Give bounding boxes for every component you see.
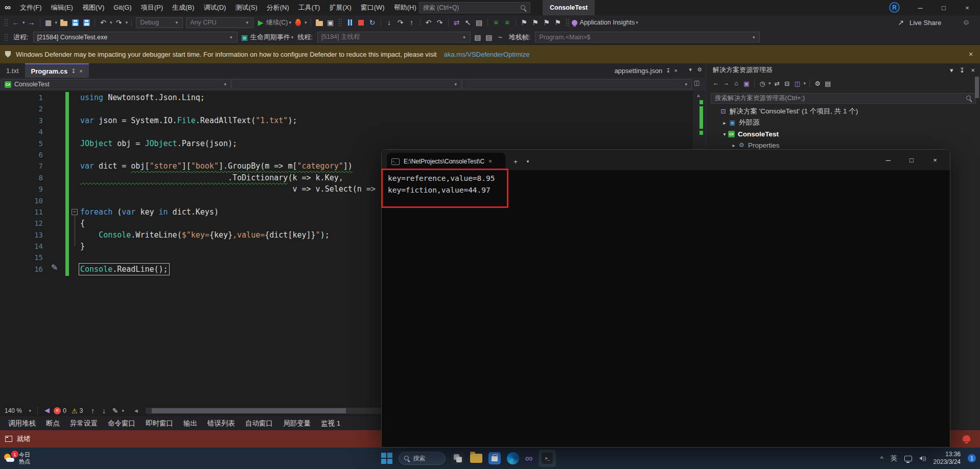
tree-item-csproj[interactable]: ▾C#ConsoleTest <box>707 128 980 139</box>
hot-reload-button[interactable] <box>292 17 304 28</box>
account-avatar[interactable]: R <box>889 2 900 13</box>
redo-button[interactable]: ↷ <box>113 17 125 28</box>
microsoft-store-button[interactable] <box>488 452 501 464</box>
solution-search-box[interactable]: 搜索解决方案资源管理器(Ctrl+;) <box>711 93 976 104</box>
lifecycle-events-button[interactable]: 生命周期事件 <box>250 33 290 42</box>
tab-1txt[interactable]: 1.txt <box>0 63 25 78</box>
scrollbar-up-icon[interactable]: ▲ <box>696 92 701 98</box>
process-dropdown[interactable]: [21584] ConsoleTest.exe ▾ <box>33 32 238 42</box>
next-bookmark-button[interactable]: ⚑ <box>541 17 552 28</box>
terminal-tab[interactable]: >_ E:\NetProjects\ConsoleTest\C × <box>387 153 505 170</box>
clear-bookmarks-button[interactable]: ⚑ <box>552 17 564 28</box>
ime-indicator[interactable]: 英 <box>891 454 897 463</box>
save-all-button[interactable] <box>81 17 92 28</box>
prev-bookmark-button[interactable]: ⚑ <box>530 17 541 28</box>
next-issue-button[interactable]: ↓ <box>99 405 110 416</box>
expander-icon[interactable]: ▸ <box>730 143 737 148</box>
find-in-files-button[interactable] <box>314 17 325 28</box>
breadcrumb-member-dropdown[interactable]: ▾ <box>462 79 692 89</box>
feedback-icon[interactable]: ☺ <box>961 16 972 28</box>
preview-selected-icon[interactable]: ▤ <box>823 78 833 88</box>
error-count[interactable]: 0 <box>63 407 66 414</box>
navigate-back-dropdown-icon[interactable]: ▾ <box>21 20 26 25</box>
panel-close-icon[interactable]: × <box>971 66 975 74</box>
hot-reload-dropdown-icon[interactable]: ▾ <box>304 20 308 25</box>
hidden-icons-chevron[interactable]: ^ <box>880 455 883 462</box>
lifecycle-dropdown-icon[interactable]: ▾ <box>290 35 295 40</box>
expander-icon[interactable]: ▸ <box>721 120 728 126</box>
step-into-button[interactable]: ↓ <box>384 17 395 28</box>
breadcrumb-type-dropdown[interactable]: ▾ <box>231 79 461 89</box>
panel-tab-调用堆栈[interactable]: 调用堆栈 <box>3 419 41 428</box>
toolbar-grip[interactable] <box>4 33 8 41</box>
menu-item-调试(D)[interactable]: 调试(D) <box>199 0 230 15</box>
notification-bell-icon[interactable] <box>963 435 970 441</box>
navigate-cursor-button[interactable]: ↖ <box>462 17 474 28</box>
terminal-taskbar-button-active[interactable]: >_ <box>539 450 556 467</box>
continue-label[interactable]: 继续(C) <box>266 18 288 27</box>
menu-item-编辑(E)[interactable]: 编辑(E) <box>46 0 78 15</box>
collapse-all-icon[interactable]: ⊟ <box>782 78 792 88</box>
pending-changes-filter-icon[interactable]: ◷ <box>757 78 767 88</box>
code-line[interactable]: 3var json = System.IO.File.ReadAllText("… <box>0 115 705 126</box>
explorer-forward-icon[interactable]: → <box>721 78 731 88</box>
format-indent-button[interactable]: ≡ <box>491 17 502 28</box>
menu-item-窗口(W)[interactable]: 窗口(W) <box>356 0 389 15</box>
tab-list-dropdown-icon[interactable]: ▾ <box>689 66 692 73</box>
menu-item-视图(V)[interactable]: 视图(V) <box>78 0 109 15</box>
file-explorer-button[interactable] <box>470 454 482 463</box>
menu-item-项目(P)[interactable]: 项目(P) <box>136 0 168 15</box>
sync-with-active-document-icon[interactable]: ⇄ <box>772 78 782 88</box>
taskbar-search-button[interactable]: 搜索 <box>399 452 446 465</box>
quick-search-box[interactable]: 搜索 (Ctrl+Q) <box>419 2 530 13</box>
show-threads-icon[interactable]: ▤ <box>472 32 483 43</box>
code-cleanup-dropdown-icon[interactable]: ▾ <box>121 408 126 413</box>
notification-count-badge[interactable]: 1 <box>968 454 976 462</box>
stop-debugging-button[interactable] <box>356 17 367 28</box>
pin-tab-icon[interactable]: ↧ <box>71 68 76 75</box>
undo-dropdown-icon[interactable]: ▾ <box>109 20 113 25</box>
panel-tab-自动窗口[interactable]: 自动窗口 <box>240 419 278 428</box>
menu-item-工具(T)[interactable]: 工具(T) <box>294 0 325 15</box>
redo-dropdown-icon[interactable]: ▾ <box>125 20 129 25</box>
tab-appsettings[interactable]: appsettings.json ↧ × <box>610 63 682 78</box>
task-view-button[interactable] <box>452 452 464 464</box>
menu-item-测试(S)[interactable]: 测试(S) <box>230 0 262 15</box>
toolbar-grip[interactable] <box>338 18 342 27</box>
redo-nav-button[interactable]: ↷ <box>434 17 446 28</box>
clipboard-button[interactable]: ▤ <box>474 17 485 28</box>
toolbar-grip[interactable] <box>566 18 570 27</box>
code-line[interactable]: 2 <box>0 103 705 114</box>
code-cleanup-button[interactable]: ✎ <box>110 405 121 416</box>
announcements-icon[interactable] <box>44 408 50 413</box>
panel-tab-局部变量[interactable]: 局部变量 <box>278 419 316 428</box>
app-insights-label[interactable]: Application Insights <box>580 19 635 26</box>
navigate-forward-button[interactable]: → <box>26 17 37 28</box>
panel-tab-即时窗口[interactable]: 即时窗口 <box>141 419 178 428</box>
thread-dropdown[interactable]: [5184] 主线程 ▾ <box>317 32 471 42</box>
tab-dropdown-icon[interactable]: ▾ <box>522 153 534 170</box>
terminal-title-bar[interactable]: >_ E:\NetProjects\ConsoleTest\C × + ▾ ─ … <box>382 150 950 170</box>
panel-tab-断点[interactable]: 断点 <box>41 419 65 428</box>
new-tab-icon[interactable]: + <box>509 153 522 170</box>
start-button[interactable] <box>381 453 392 464</box>
new-project-dropdown-icon[interactable]: ▾ <box>54 20 59 25</box>
keep-open-icon[interactable]: ↧ <box>666 67 670 74</box>
suppress-icon[interactable]: ~ <box>495 32 506 43</box>
menu-item-分析(N)[interactable]: 分析(N) <box>262 0 294 15</box>
code-line[interactable]: 5JObject obj = JObject.Parse(json); <box>0 138 705 149</box>
zoom-level-dropdown[interactable]: 140 % ▾ <box>2 406 35 415</box>
menu-item-帮助(H)[interactable]: 帮助(H) <box>389 0 421 15</box>
explorer-back-icon[interactable]: ← <box>711 78 721 88</box>
terminal-tab-close-icon[interactable]: × <box>488 158 492 165</box>
panel-tab-错误列表[interactable]: 错误列表 <box>202 419 240 428</box>
filter-dropdown-icon[interactable]: ▾ <box>767 81 772 86</box>
code-map-button[interactable]: ⇄ <box>451 17 462 28</box>
tab-programcs[interactable]: Program.cs ↧ × <box>25 63 89 78</box>
restart-button[interactable]: ↻ <box>367 17 378 28</box>
break-all-button[interactable] <box>344 17 356 28</box>
new-project-button[interactable]: ▦ <box>43 17 54 28</box>
code-line[interactable]: 1using Newtonsoft.Json.Linq; <box>0 92 705 103</box>
show-all-files-icon[interactable]: ◫ <box>792 78 803 88</box>
save-button[interactable] <box>69 17 81 28</box>
